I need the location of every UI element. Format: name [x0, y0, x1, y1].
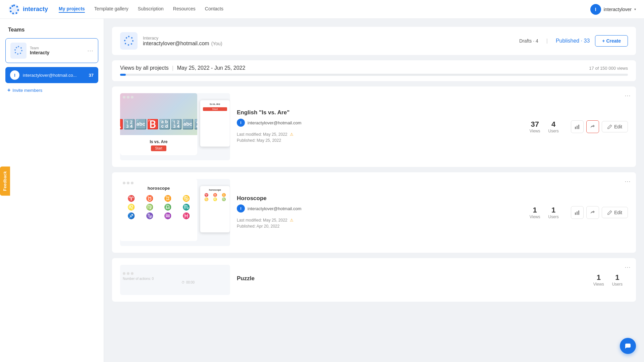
- feedback-label[interactable]: Feedback: [0, 166, 10, 195]
- page-layout: Teams: [0, 19, 644, 362]
- feedback-tab[interactable]: Feedback: [0, 166, 10, 195]
- stat-separator: |: [546, 38, 548, 44]
- zodiac-11: ♒: [159, 212, 176, 220]
- project-1-actions: Edit: [571, 120, 628, 133]
- dot-6: [131, 182, 133, 184]
- member-row[interactable]: I interactylover@hotmail.co... 37: [5, 67, 98, 83]
- project-2-users-label: Users: [548, 215, 559, 219]
- project-2-thumb-main: horoscope ♈ ♉ ♊ ♋ ♌ ♍ ♎ ♏ ♐ ♑ ♒ ♓: [120, 179, 197, 241]
- project-2-more-icon[interactable]: ⋯: [625, 178, 631, 185]
- svg-rect-30: [575, 213, 576, 215]
- svg-point-13: [20, 53, 21, 54]
- project-card-3: ⋯ Number of actions: 0 ⏱00:00 Puzzle: [112, 258, 636, 302]
- project-2-stats: 1 Views 1 Users: [530, 206, 559, 219]
- project-1-more-icon[interactable]: ⋯: [625, 92, 631, 99]
- project-1-email: interactylover@hotmail.com: [248, 120, 302, 125]
- project-2-title: Horoscope: [237, 195, 523, 202]
- profile-email: interactylover@hotmail.com: [143, 41, 209, 47]
- project-1-published: Published: May 25, 2022: [237, 138, 523, 143]
- thumb-start-btn[interactable]: Start: [151, 145, 166, 151]
- svg-rect-27: [575, 127, 576, 129]
- zodiac-3: ♊: [159, 195, 176, 202]
- project-1-analytics-button[interactable]: [571, 120, 584, 133]
- svg-point-3: [17, 9, 19, 11]
- svg-point-20: [131, 37, 132, 39]
- nav-link-template-gallery[interactable]: Template gallery: [94, 6, 128, 13]
- bar-chart-icon-2: [575, 210, 580, 215]
- project-2-share-button[interactable]: [586, 206, 599, 219]
- svg-rect-29: [578, 125, 579, 129]
- member-email: interactylover@hotmail.co...: [23, 73, 86, 78]
- team-name: Interacty: [30, 50, 49, 55]
- zodiac-8: ♏: [178, 203, 195, 211]
- project-2-published: Published: Apr 20, 2022: [237, 224, 523, 229]
- thumb-dots-2: [123, 182, 133, 184]
- mobile-zodiac-grid: ♈ ♉ ♊ ♋ ♌ ♍: [202, 192, 228, 202]
- project-1-edit-button[interactable]: Edit: [602, 121, 628, 132]
- views-count: 17 of 150 000 views: [589, 66, 628, 71]
- team-more-icon[interactable]: ⋯: [87, 47, 93, 54]
- views-section: Views by all projects | May 25, 2022 - J…: [112, 60, 636, 81]
- project-2-actions: Edit: [571, 206, 628, 219]
- team-card[interactable]: Team Interacty ⋯: [5, 38, 98, 63]
- zodiac-10: ♑: [141, 212, 158, 220]
- project-2-users: 1 Users: [548, 206, 559, 219]
- project-1-users: 4 Users: [548, 120, 559, 133]
- mobile-horo-title: horoscope: [202, 187, 228, 192]
- bar-chart-icon: [575, 124, 580, 129]
- project-2-edit-button[interactable]: Edit: [602, 207, 628, 218]
- svg-rect-28: [577, 126, 578, 129]
- invite-label: Invite members: [12, 88, 42, 93]
- user-avatar: I: [590, 4, 601, 15]
- views-bar-background: [120, 74, 628, 76]
- logo-icon: [8, 3, 20, 15]
- drafts-count: 4: [536, 38, 538, 44]
- project-1-thumb-main: 🔤🔡🅰️🔢🔤🅱️🔡🔢🔤🔡🅰️🔢 Is vs. Are Start: [120, 93, 197, 155]
- pencil-icon-2: [607, 210, 612, 215]
- user-menu[interactable]: I interactylover ▾: [590, 4, 636, 15]
- project-2-thumb-mobile: horoscope ♈ ♉ ♊ ♋ ♌ ♍: [200, 186, 230, 233]
- svg-point-11: [20, 47, 22, 49]
- project-card-2: ⋯ horoscope ♈ ♉ ♊ ♋ ♌ ♍: [112, 172, 636, 253]
- project-1-author: I interactylover@hotmail.com: [237, 119, 523, 127]
- profile-logo: [120, 32, 138, 50]
- views-label-text: Views by all projects: [120, 65, 169, 71]
- dot-7: [123, 272, 125, 275]
- nav-link-contacts[interactable]: Contacts: [205, 6, 223, 13]
- project-1-users-count: 4: [548, 120, 559, 129]
- svg-point-21: [132, 40, 133, 42]
- puzzle-timer: ⏱00:00: [123, 281, 195, 284]
- dot-2: [127, 96, 129, 99]
- project-2-views-label: Views: [530, 215, 540, 219]
- nav-link-resources[interactable]: Resources: [173, 6, 196, 13]
- views-separator: |: [172, 65, 173, 71]
- mobile-start: Start: [203, 107, 227, 111]
- logo[interactable]: interacty: [8, 3, 48, 15]
- project-1-share-button[interactable]: [586, 120, 599, 133]
- chat-button[interactable]: [620, 338, 636, 354]
- create-button[interactable]: + Create: [595, 35, 628, 47]
- nav-link-subscription[interactable]: Subscription: [138, 6, 164, 13]
- project-2-analytics-button[interactable]: [571, 206, 584, 219]
- project-1-stats: 37 Views 4 Users: [530, 120, 559, 133]
- published-link[interactable]: Published · 33: [556, 38, 590, 44]
- project-2-views-count: 1: [530, 206, 540, 215]
- project-3-users-count: 1: [612, 273, 623, 282]
- team-logo: [10, 43, 26, 59]
- username: interactylover: [604, 7, 632, 12]
- project-3-users-label: Users: [612, 282, 623, 287]
- svg-point-8: [12, 5, 13, 7]
- warning-icon-2: ⚠: [290, 218, 293, 223]
- sidebar-title: Teams: [5, 27, 98, 33]
- svg-point-15: [15, 52, 16, 53]
- nav-link-my-projects[interactable]: My projects: [59, 6, 85, 13]
- project-2-author: I interactylover@hotmail.com: [237, 204, 523, 213]
- puzzle-thumb-inner: Number of actions: 0 ⏱00:00: [120, 265, 197, 292]
- invite-members-button[interactable]: + Invite members: [5, 87, 98, 93]
- project-3-more-icon[interactable]: ⋯: [625, 263, 631, 271]
- edit-label-1: Edit: [614, 124, 622, 129]
- zodiac-12: ♓: [178, 212, 195, 220]
- edit-label-2: Edit: [614, 210, 622, 215]
- logo-text: interacty: [23, 6, 48, 13]
- profile-header: Interacy interactylover@hotmail.com (You…: [112, 27, 636, 55]
